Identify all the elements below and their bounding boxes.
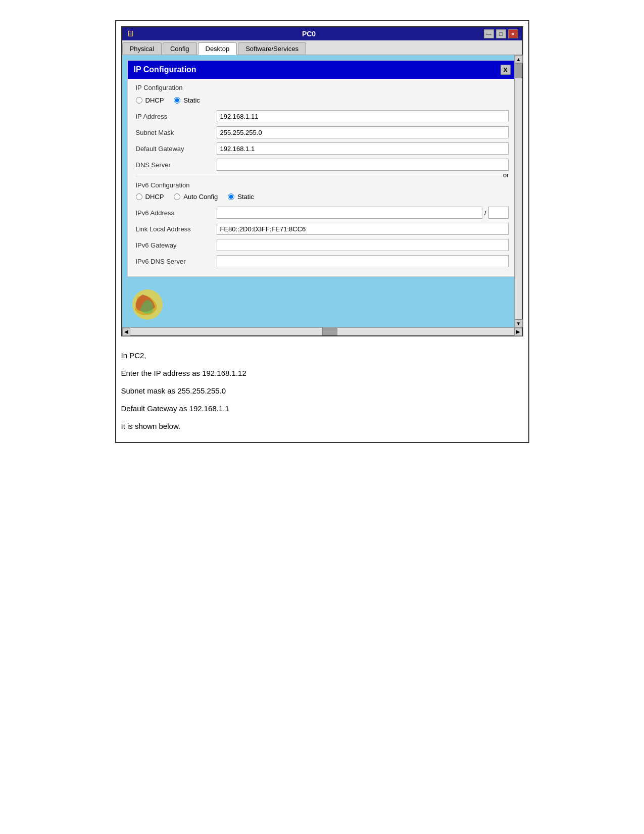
ipv6-auto-radio-label[interactable]: Auto Config (174, 193, 218, 201)
ipv6-config-label: IPv6 Configuration (136, 181, 509, 189)
subnet-mask-input[interactable] (217, 126, 509, 138)
window-content: IP Configuration X IP Configuration DHCP (122, 55, 522, 327)
ipv6-address-label: IPv6 Address (136, 209, 217, 217)
section-divider (136, 176, 509, 176)
text-line1: In PC2, (121, 349, 523, 362)
ipv6-static-label: Static (237, 193, 254, 201)
link-local-address-label: Link Local Address (136, 225, 217, 233)
ipv6-dhcp-label: DHCP (145, 193, 164, 201)
static-label: Static (183, 96, 200, 104)
dhcp-radio-label[interactable]: DHCP (136, 96, 164, 104)
ipv6-address-input-group: / (217, 207, 509, 219)
ipv6-dns-server-label: IPv6 DNS Server (136, 258, 217, 265)
ipv6-static-radio-label[interactable]: Static (228, 193, 254, 201)
dhcp-radio[interactable] (136, 97, 142, 104)
scrollbar-right[interactable]: ▲ ▼ (514, 55, 522, 327)
tab-config[interactable]: Config (163, 42, 197, 55)
tab-bar: Physical Config Desktop Software/Service… (122, 40, 522, 55)
ipv6-static-radio[interactable] (228, 193, 234, 200)
prefix-slash: / (484, 209, 486, 217)
scroll-thumb-right[interactable] (515, 63, 522, 78)
scroll-track-right (515, 63, 522, 319)
ip-address-label: IP Address (136, 113, 217, 120)
ipv6-dns-server-input[interactable] (217, 255, 509, 267)
or-label: or (503, 171, 509, 179)
subnet-mask-label: Subnet Mask (136, 129, 217, 136)
bottom-image-area (127, 287, 517, 322)
text-line3: Subnet mask as 255.255.255.0 (121, 384, 523, 398)
scroll-thumb-bottom[interactable] (322, 328, 337, 335)
dhcp-label: DHCP (145, 96, 164, 104)
default-gateway-row: Default Gateway (136, 142, 509, 155)
ipv6-dhcp-radio[interactable] (136, 193, 142, 200)
window-controls: — □ × (484, 29, 518, 38)
scroll-right-arrow[interactable]: ▶ (514, 328, 522, 336)
text-line4: Default Gateway as 192.168.1.1 (121, 402, 523, 415)
text-line5: It is shown below. (121, 419, 523, 433)
ip-address-input[interactable] (217, 110, 509, 122)
tab-desktop[interactable]: Desktop (198, 42, 237, 55)
scroll-down-arrow[interactable]: ▼ (515, 319, 523, 327)
ipv6-address-input[interactable] (217, 207, 482, 219)
ipv6-auto-radio[interactable] (174, 193, 180, 200)
close-button[interactable]: × (508, 29, 518, 38)
ip-config-subtitle: IP Configuration (136, 84, 509, 91)
ip-config-panel: IP Configuration X IP Configuration DHCP (127, 60, 517, 277)
default-gateway-label: Default Gateway (136, 145, 217, 153)
ip-config-body: IP Configuration DHCP Static (128, 79, 517, 276)
ipv6-auto-label: Auto Config (183, 193, 218, 201)
titlebar: 🖥 PC0 — □ × (122, 27, 522, 40)
scroll-track-bottom (130, 328, 514, 335)
link-local-address-input[interactable] (217, 223, 509, 235)
default-gateway-input[interactable] (217, 142, 509, 155)
ipv6-gateway-input[interactable] (217, 239, 509, 251)
ipv6-gateway-label: IPv6 Gateway (136, 241, 217, 249)
ip-mode-radio-row: DHCP Static (136, 96, 509, 104)
pc-logo (127, 287, 168, 322)
tab-software-services[interactable]: Software/Services (238, 42, 306, 55)
pc-window: 🖥 PC0 — □ × Physical Config Desktop Soft… (121, 26, 523, 336)
ip-address-row: IP Address (136, 110, 509, 122)
ipv6-dhcp-radio-label[interactable]: DHCP (136, 193, 164, 201)
window-title: PC0 (134, 30, 484, 38)
dns-server-input[interactable] (217, 159, 509, 171)
dns-server-label: DNS Server (136, 161, 217, 169)
text-line2: Enter the IP address as 192.168.1.12 (121, 366, 523, 380)
scroll-up-arrow[interactable]: ▲ (515, 55, 523, 63)
ip-config-header: IP Configuration X (128, 61, 517, 79)
minimize-button[interactable]: — (484, 29, 494, 38)
static-radio-label[interactable]: Static (174, 96, 200, 104)
text-section: In PC2, Enter the IP address as 192.168.… (121, 349, 523, 433)
subnet-mask-row: Subnet Mask (136, 126, 509, 138)
dns-server-row: DNS Server (136, 159, 509, 171)
scrollbar-bottom[interactable]: ◀ ▶ (122, 327, 522, 335)
scroll-left-arrow[interactable]: ◀ (122, 328, 130, 336)
window-icon: 🖥 (126, 29, 134, 38)
ipv6-mode-radio-row: DHCP Auto Config Static (136, 193, 509, 201)
ipv6-address-row: IPv6 Address / (136, 207, 509, 219)
ip-config-close-button[interactable]: X (501, 65, 511, 75)
ipv6-gateway-row: IPv6 Gateway (136, 239, 509, 251)
tab-physical[interactable]: Physical (122, 42, 162, 55)
link-local-address-row: Link Local Address (136, 223, 509, 235)
maximize-button[interactable]: □ (496, 29, 506, 38)
ipv6-prefix-input[interactable] (488, 207, 509, 219)
static-radio[interactable] (174, 97, 180, 104)
ip-config-title: IP Configuration (134, 65, 196, 74)
ipv6-dns-server-row: IPv6 DNS Server (136, 255, 509, 267)
